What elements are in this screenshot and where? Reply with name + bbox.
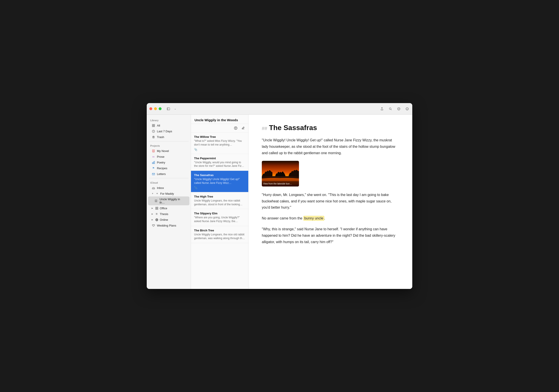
formaddy-label: For Maddy [160,192,174,195]
sidebar-item-online[interactable]: ▶ Online [148,217,189,223]
note-item-sassafras[interactable]: The Sassafras "Uncle Wiggily! Uncle Wigg… [191,171,248,192]
sidebar-item-recipes[interactable]: ⚑ Recipes [148,165,189,171]
note-item-preview-willow: "What is?" asked Miss Fizzy Wizzy. "You … [194,139,245,147]
svg-line-3 [391,109,391,110]
svg-rect-18 [154,161,155,164]
heart-icon [152,224,155,227]
editor-para-2: "Hurry down, Mr. Longears," she went on.… [262,192,399,211]
note-item-title-peppermint: The Peppermint [194,157,245,160]
editor-body: "Uncle Wiggily! Uncle Wiggily! Get up!" … [262,137,399,250]
minimize-button[interactable] [154,107,157,110]
svg-rect-8 [154,124,155,125]
note-item-hightree[interactable]: The High Tree Uncle Wiggily Longears, th… [191,192,248,209]
sidebar-item-letters[interactable]: Letters [148,171,189,177]
note-item-title-willow: The Willow Tree [194,135,245,138]
chevron-right-3-icon: ▶ [152,219,153,221]
editor-title: The Sassafras [269,123,317,132]
note-item-peppermint[interactable]: The Peppermint "Uncle Wiggily, would you… [191,154,248,171]
svg-rect-0 [167,108,170,110]
recipes-label: Recipes [157,167,167,170]
inbox-label: Inbox [157,186,164,190]
editor-para-1: "Uncle Wiggily! Uncle Wiggily! Get up!" … [262,137,399,156]
editor-para-4: "Why, this is strange," said Nurse Jane … [262,226,399,245]
office-label: Office [160,207,167,210]
heading-marker: ## [262,126,267,131]
svg-rect-17 [153,162,154,164]
sidebar-item-prose[interactable]: ∞ Prose [148,154,189,159]
chevron-right-icon: ▶ [152,207,153,209]
share-icon[interactable] [380,106,384,111]
last7-label: Last 7 Days [157,130,172,133]
note-item-preview-birchtree: Uncle Wiggily Longears, the nice old rab… [194,233,245,240]
sidebar-item-all[interactable]: All [148,123,189,128]
book-icon [152,149,155,153]
info-icon[interactable] [405,106,410,111]
sidebar-item-thesis[interactable]: ▶ ✳ Thesis [148,211,189,217]
note-item-title-slipperyelm: The Slippery Elm [194,212,245,215]
svg-rect-16 [152,163,153,164]
search-icon[interactable] [388,106,393,111]
editor-image[interactable]: View from the lakeside bun… [262,161,299,186]
sidebar-item-office[interactable]: ▶ Office [148,205,189,211]
note-item-willow[interactable]: The Willow Tree "What is?" asked Miss Fi… [191,133,248,154]
note-list: Uncle Wiggily in the Woods [191,115,249,289]
all-label: All [157,124,160,127]
close-button[interactable] [149,107,152,110]
note-item-preview-hightree: Uncle Wiggily Longears, the nice rabbit … [194,199,245,206]
note-item-preview-peppermint: "Uncle Wiggily, would you mind going to … [194,161,245,168]
note-item-birchtree[interactable]: The Birch Tree Uncle Wiggily Longears, t… [191,226,248,243]
sun-icon: ✦ [155,192,159,195]
tray-icon [152,186,155,190]
online-label: Online [160,218,168,221]
note-item-slipperyelm[interactable]: The Slippery Elm "Where are you going, U… [191,209,248,226]
grid-icon [152,124,155,127]
sidebar-item-formaddy[interactable]: ▼ ✦ For Maddy [148,191,189,196]
highlight-bunny-uncle[interactable]: bunny uncle [303,216,324,220]
envelope-icon [152,172,155,176]
svg-rect-23 [157,207,158,208]
sidebar-item-unclew[interactable]: Uncle Wiggily in th… [148,196,189,205]
maximize-button[interactable] [159,107,162,110]
sidebar-item-poetry[interactable]: Poetry [148,159,189,165]
letters-label: Letters [157,172,166,176]
asterisk-icon: ✳ [155,212,158,216]
editor[interactable]: ## The Sassafras "Uncle Wiggily! Uncle W… [249,115,412,289]
titlebar-right-icons [380,106,410,111]
note-item-title-birchtree: The Birch Tree [194,229,245,232]
divider-2 [149,178,188,178]
sidebar-item-mynovel[interactable]: My Novel [148,148,189,154]
filter-icon[interactable] [233,126,238,130]
para3-after: . [324,216,325,220]
sidebar-item-trash[interactable]: Trash [148,134,189,140]
globe-icon [155,218,158,221]
para3-before: No answer came from the [262,216,303,220]
chevron-right-2-icon: ▶ [152,213,153,215]
chevron-down-icon[interactable]: ⌄ [173,106,177,111]
note-item-preview-slipperyelm: "Where are you going, Uncle Wiggily?" as… [194,216,245,223]
sidebar-item-weddingplans[interactable]: Wedding Plans [148,223,189,228]
svg-line-35 [244,127,244,128]
sidebar: Library All [147,115,191,289]
main-window: ⌄ [147,103,412,289]
sidebar-item-last7[interactable]: Last 7 Days [148,128,189,134]
shield-check-icon[interactable] [396,106,401,111]
compose-icon[interactable] [241,126,246,130]
book-sub-icon [154,199,158,203]
trash-label: Trash [157,135,164,139]
svg-rect-22 [156,207,157,208]
titlebar-left-icons: ⌄ [166,106,177,111]
svg-rect-9 [152,126,153,127]
titlebar: ⌄ [147,103,412,115]
svg-rect-25 [157,208,158,210]
sidebar-icon [167,107,170,110]
editor-image-block: View from the lakeside bun… [262,161,399,186]
thesis-label: Thesis [160,212,168,216]
note-item-title-sassafras: The Sassafras [194,173,245,177]
sidebar-item-inbox[interactable]: Inbox [148,185,189,191]
sidebar-toggle-icon[interactable] [166,106,171,111]
prose-label: Prose [157,155,164,158]
mynovel-label: My Novel [157,149,169,153]
infinity-icon: ∞ [152,155,155,158]
attachment-icon-willow: 📎 [194,148,245,151]
note-list-title: Uncle Wiggily in the Woods [195,118,238,122]
